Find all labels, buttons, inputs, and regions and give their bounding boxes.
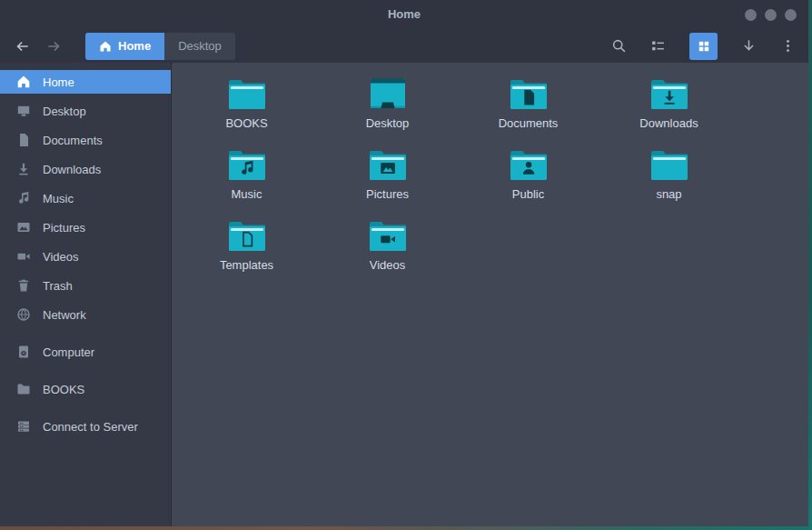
sidebar-item-books[interactable]: BOOKS [0,377,171,401]
sidebar-item-computer[interactable]: Computer [0,340,171,364]
file-item-label: Templates [220,258,273,272]
sidebar: HomeDesktopDocumentsDownloadsMusicPictur… [0,63,172,526]
file-item-books[interactable]: BOOKS [176,68,317,139]
sidebar-item-desktop[interactable]: Desktop [0,99,171,123]
window-controls [745,0,797,29]
desktop-icon [16,104,31,118]
wallpaper-bottom-edge [0,526,812,530]
file-item-label: Documents [499,116,559,130]
file-item-label: Music [232,187,262,201]
path-segment-home[interactable]: Home [85,33,164,60]
home-icon [16,75,31,89]
file-item-public[interactable]: Public [458,139,599,210]
file-item-label: snap [656,187,681,201]
computer-icon [16,345,31,359]
window-button-3[interactable] [785,9,797,21]
sidebar-item-label: Computer [43,345,94,359]
grid-view-icon [697,39,711,54]
file-item-templates[interactable]: Templates [176,210,317,281]
list-view-button[interactable] [650,38,666,54]
sidebar-item-network[interactable]: Network [0,303,171,326]
sidebar-item-music[interactable]: Music [0,186,171,210]
sidebar-item-downloads[interactable]: Downloads [0,157,171,181]
sidebar-section-1: ComputerBOOKS [0,340,171,401]
video-icon [16,249,31,264]
window-button-1[interactable] [745,9,757,21]
menu-button[interactable] [780,38,796,54]
network-icon [16,307,31,322]
folder-person-icon [507,146,550,185]
folder-picture-icon [366,146,410,185]
sidebar-item-label: Pictures [43,221,85,235]
sidebar-item-pictures[interactable]: Pictures [0,215,171,239]
desktop-icon [366,75,410,114]
file-item-label: Pictures [366,187,409,201]
forward-button[interactable] [45,38,62,55]
sidebar-item-label: BOOKS [43,383,84,396]
sidebar-item-label: Home [43,75,74,89]
file-item-documents[interactable]: Documents [458,68,599,139]
search-button[interactable] [611,38,627,54]
download-icon [16,162,31,176]
document-icon [16,133,31,147]
file-item-label: Videos [370,258,406,272]
folder-icon [648,146,691,185]
kebab-icon [780,38,796,54]
file-item-downloads[interactable]: Downloads [599,68,739,139]
sort-download-button[interactable] [741,38,757,54]
file-item-videos[interactable]: Videos [317,210,458,281]
file-item-label: Downloads [639,116,698,130]
path-segment-desktop[interactable]: Desktop [164,33,235,60]
sidebar-item-videos[interactable]: Videos [0,245,171,268]
file-manager-window: Home HomeDesktop HomeDesktopDocumentsDow… [0,0,808,526]
server-icon [16,419,31,434]
sidebar-item-label: Documents [43,134,103,147]
titlebar[interactable]: Home [0,0,808,29]
music-icon [16,191,31,205]
file-item-label: Desktop [366,116,410,130]
trash-icon [16,278,31,293]
toolbar: HomeDesktop [0,29,808,64]
file-grid: BOOKSDesktopDocumentsDownloadsMusicPictu… [173,63,739,281]
sidebar-item-label: Trash [43,279,73,293]
window-title: Home [0,0,808,29]
window-button-2[interactable] [765,9,777,21]
file-view[interactable]: BOOKSDesktopDocumentsDownloadsMusicPictu… [173,63,808,526]
folder-music-icon [225,146,269,185]
sidebar-item-label: Music [43,192,74,205]
sidebar-section-2: Connect to Server [0,415,171,438]
folder-document-icon [507,75,550,114]
arrow-down-icon [741,38,757,54]
grid-view-button[interactable] [689,33,718,60]
file-item-music[interactable]: Music [176,139,317,210]
sidebar-item-connect-to-server[interactable]: Connect to Server [0,415,171,438]
path-bar: HomeDesktop [85,33,235,60]
list-view-icon [650,38,666,54]
folder-icon [16,382,31,396]
sidebar-item-label: Desktop [43,105,86,118]
sidebar-item-documents[interactable]: Documents [0,128,171,152]
folder-download-icon [648,75,691,114]
sidebar-item-home[interactable]: Home [0,70,171,94]
sidebar-item-label: Network [43,308,86,322]
sidebar-section-0: HomeDesktopDocumentsDownloadsMusicPictur… [0,70,171,326]
toolbar-actions [611,33,796,60]
folder-video-icon [366,217,410,255]
folder-icon [225,75,269,114]
desktop-screen: Home HomeDesktop HomeDesktopDocumentsDow… [0,0,812,530]
file-item-pictures[interactable]: Pictures [317,139,458,210]
sidebar-item-trash[interactable]: Trash [0,274,171,297]
file-item-label: Public [512,187,544,201]
sidebar-item-label: Connect to Server [43,420,138,434]
search-icon [611,38,627,54]
file-item-label: BOOKS [225,116,267,130]
path-segment-label: Desktop [178,39,222,53]
home-icon [99,40,112,53]
picture-icon [16,220,31,235]
folder-template-icon [225,217,269,255]
back-button[interactable] [15,38,31,55]
file-item-snap[interactable]: snap [599,139,739,210]
sidebar-item-label: Downloads [43,163,101,176]
path-segment-label: Home [118,39,151,53]
file-item-desktop[interactable]: Desktop [317,68,458,139]
